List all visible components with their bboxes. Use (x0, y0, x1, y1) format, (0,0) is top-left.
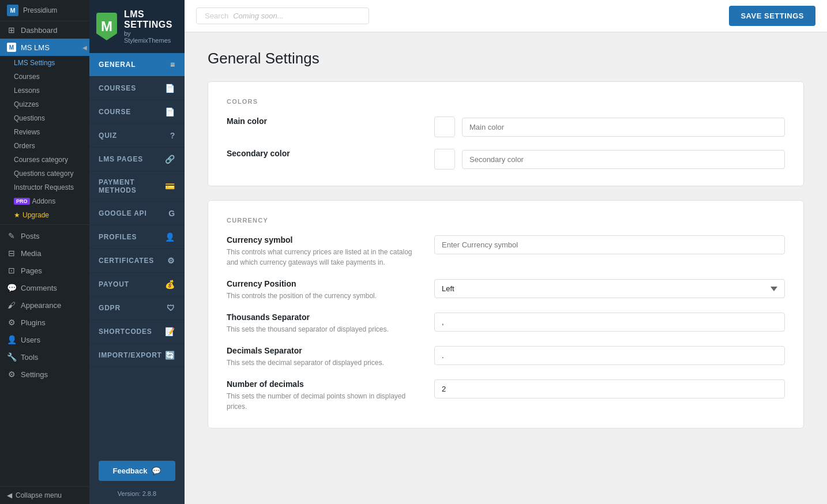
top-bar: Search Coming soon... SAVE SETTINGS (185, 0, 827, 32)
lms-logo-letter: M (101, 18, 112, 35)
wp-header: M Pressidium (0, 0, 89, 21)
tools-icon: 🔧 (7, 352, 16, 362)
sidebar-item-users[interactable]: 👤 Users (0, 331, 89, 348)
sidebar-item-settings[interactable]: ⚙ Settings (0, 366, 89, 383)
currency-symbol-desc: This controls what currency prices are l… (227, 247, 423, 268)
currency-position-row: Currency Position This controls the posi… (227, 279, 785, 301)
lms-nav-gdpr[interactable]: GDPR 🛡 (89, 296, 185, 320)
sidebar-item-dashboard[interactable]: ⊞ Dashboard (0, 21, 89, 39)
sidebar-item-plugins[interactable]: ⚙ Plugins (0, 314, 89, 331)
nav-payout-label: PAYOUT (99, 280, 129, 288)
main-color-control (434, 116, 785, 137)
sidebar-item-appearance[interactable]: 🖌 Appearance (0, 296, 89, 314)
save-settings-button[interactable]: SAVE SETTINGS (729, 6, 815, 26)
decimals-separator-row: Decimals Separator This sets the decimal… (227, 346, 785, 368)
collapse-menu-button[interactable]: ◀ Collapse menu (0, 486, 89, 504)
submenu-addons[interactable]: PRO Addons (0, 194, 89, 208)
arrow-icon: ◀ (82, 44, 87, 51)
gdpr-icon: 🛡 (167, 303, 175, 313)
profiles-icon: 👤 (165, 232, 175, 242)
lms-nav-certificates[interactable]: CERTIFICATES ⚙ (89, 249, 185, 273)
sidebar-item-media[interactable]: ⊟ Media (0, 245, 89, 262)
sidebar-item-tools[interactable]: 🔧 Tools (0, 348, 89, 366)
pages-icon: ⊡ (7, 266, 16, 275)
sidebar-item-label: Users (21, 336, 40, 344)
secondary-color-label: Secondary color (227, 149, 423, 158)
submenu-questions-category[interactable]: Questions category (0, 167, 89, 180)
thousands-separator-input[interactable] (434, 313, 785, 332)
main-color-label: Main color (227, 116, 423, 126)
submenu-courses-category[interactable]: Courses category (0, 153, 89, 167)
submenu-quizzes[interactable]: Quizzes (0, 97, 89, 111)
payment-icon: 💳 (165, 182, 175, 191)
feedback-icon: 💬 (152, 467, 161, 475)
lms-logo: M (96, 13, 117, 40)
num-decimals-label: Number of decimals (227, 379, 423, 389)
sidebar-item-mslms[interactable]: M MS LMS ◀ (0, 39, 89, 56)
sidebar-item-posts[interactable]: ✎ Posts (0, 227, 89, 245)
lms-nav-lms-pages[interactable]: LMS PAGES 🔗 (89, 148, 185, 171)
nav-google-label: GOOGLE API (99, 209, 147, 217)
course-icon: 📄 (165, 107, 175, 116)
num-decimals-input[interactable] (434, 379, 785, 398)
lms-nav-profiles[interactable]: PROFILES 👤 (89, 225, 185, 249)
lms-nav-course[interactable]: COURSE 📄 (89, 100, 185, 124)
shortcodes-icon: 📝 (165, 327, 175, 336)
main-color-label-col: Main color (227, 116, 423, 128)
sidebar-item-label: Comments (21, 284, 57, 292)
search-box[interactable]: Search Coming soon... (196, 7, 369, 24)
lms-pages-icon: 🔗 (165, 155, 175, 164)
certificates-icon: ⚙ (167, 256, 175, 265)
feedback-button[interactable]: Feedback 💬 (99, 461, 175, 481)
currency-card: CURRENCY Currency symbol This controls w… (208, 200, 804, 428)
submenu-questions[interactable]: Questions (0, 111, 89, 125)
wp-menu: ⊞ Dashboard M MS LMS ◀ LMS Settings Cour… (0, 21, 89, 486)
sidebar-item-comments[interactable]: 💬 Comments (0, 279, 89, 296)
submenu-instructor-requests[interactable]: Instructor Requests (0, 180, 89, 194)
submenu-courses[interactable]: Courses (0, 70, 89, 84)
thousands-separator-label-col: Thousands Separator This sets the thousa… (227, 313, 423, 334)
lms-nav-courses[interactable]: COURSES 📄 (89, 77, 185, 100)
main-color-input[interactable] (462, 118, 785, 137)
users-icon: 👤 (7, 335, 16, 344)
submenu-upgrade[interactable]: ★ Upgrade (0, 208, 89, 222)
submenu-lessons[interactable]: Lessons (0, 84, 89, 97)
sidebar-item-label: Media (21, 249, 41, 258)
secondary-color-swatch[interactable] (434, 149, 455, 170)
submenu-reviews[interactable]: Reviews (0, 125, 89, 139)
num-decimals-control (434, 379, 785, 398)
currency-symbol-input[interactable] (434, 235, 785, 254)
submenu-orders[interactable]: Orders (0, 139, 89, 153)
sidebar-item-label: Pages (21, 266, 42, 275)
lms-nav-shortcodes[interactable]: SHORTCODES 📝 (89, 320, 185, 344)
lms-header: M LMS SETTINGS by StylemixThemes (89, 0, 185, 53)
version-label: Version: 2.8.8 (89, 490, 185, 504)
secondary-color-control (434, 149, 785, 170)
thousands-separator-control (434, 313, 785, 332)
sidebar-item-label: Posts (21, 232, 40, 240)
secondary-color-input[interactable] (462, 150, 785, 169)
decimals-separator-input[interactable] (434, 346, 785, 365)
lms-nav-payout[interactable]: PAYOUT 💰 (89, 273, 185, 296)
lms-nav-general[interactable]: GENERAL ≡ (89, 53, 185, 77)
lms-nav-payment-methods[interactable]: PAYMENT METHODS 💳 (89, 171, 185, 202)
lms-nav-import-export[interactable]: IMPORT/EXPORT 🔄 (89, 344, 185, 367)
nav-general-label: GENERAL (99, 61, 136, 69)
currency-position-select[interactable]: Left Right Left Space Right Space (434, 279, 785, 298)
main-content: Search Coming soon... SAVE SETTINGS Gene… (185, 0, 827, 504)
lms-title-block: LMS SETTINGS by StylemixThemes (124, 9, 178, 44)
nav-course-label: COURSE (99, 108, 131, 116)
sidebar-item-label: Settings (21, 370, 48, 379)
currency-position-control: Left Right Left Space Right Space (434, 279, 785, 298)
decimals-separator-label-col: Decimals Separator This sets the decimal… (227, 346, 423, 368)
colors-section-label: COLORS (227, 98, 785, 105)
sidebar-item-pages[interactable]: ⊡ Pages (0, 262, 89, 279)
nav-gdpr-label: GDPR (99, 304, 121, 312)
thousands-separator-label: Thousands Separator (227, 313, 423, 322)
lms-nav-quiz[interactable]: QUIZ ? (89, 124, 185, 148)
main-color-swatch[interactable] (434, 116, 455, 137)
submenu-lms-settings[interactable]: LMS Settings (0, 56, 89, 70)
num-decimals-desc: This sets the number of decimal points s… (227, 391, 423, 412)
search-placeholder: Search (205, 12, 228, 20)
lms-nav-google-api[interactable]: GOOGLE API G (89, 202, 185, 225)
